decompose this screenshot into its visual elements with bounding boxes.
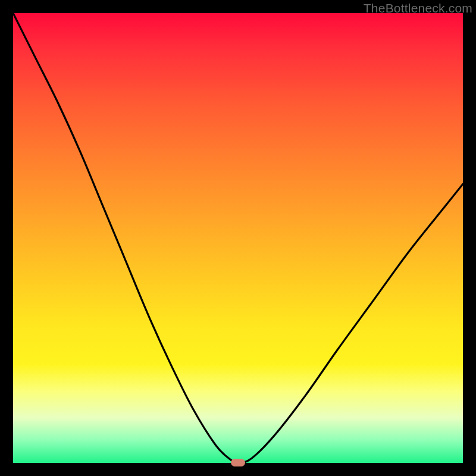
bottleneck-curve <box>13 13 463 463</box>
chart-frame: TheBottleneck.com <box>0 0 476 476</box>
plot-area <box>13 13 463 463</box>
optimal-marker <box>231 459 245 466</box>
watermark-text: TheBottleneck.com <box>364 1 472 15</box>
